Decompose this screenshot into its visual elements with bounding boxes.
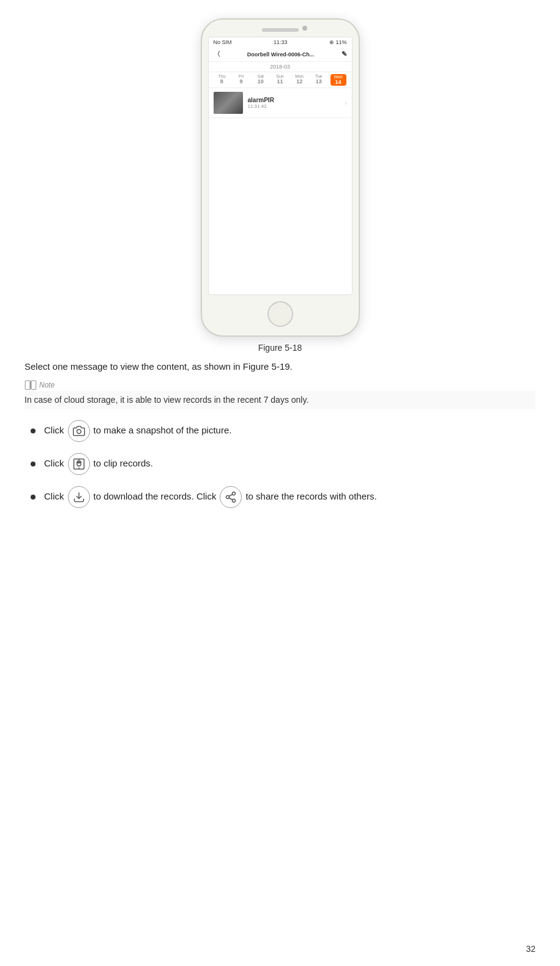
status-time: 11:33 [274,39,288,45]
day-sat-label: Sat [257,74,264,78]
day-tue-label: Tue [315,74,323,78]
day-thu-num: 8 [220,78,223,84]
phone-mockup-container: No SIM 11:33 ⊕ 11% 〈 Doorbell Wired-0006… [24,18,536,337]
camera-icon[interactable] [68,420,90,442]
day-wed-num: 14 [335,79,342,85]
phone-camera [302,26,307,31]
bullet-2-post-text: to clip records. [94,457,154,471]
download-svg [73,491,85,503]
day-wed-label: Wed [334,75,342,79]
note-book-icon [24,380,37,390]
phone-home-button[interactable] [267,301,293,327]
bullet-dot-2 [31,462,35,466]
message-info: alarmPIR 11:31:42 [248,97,345,109]
svg-rect-0 [25,380,30,389]
download-icon[interactable] [68,486,90,508]
clip-icon[interactable] [68,453,90,475]
bullet-content-1: Click to make a snapshot of the picture. [44,420,231,442]
note-text: In case of cloud storage, it is able to … [24,391,536,409]
svg-line-17 [230,494,233,496]
day-tue-num: 13 [316,78,322,84]
edit-icon[interactable]: ✎ [342,50,347,58]
screen-header: 〈 Doorbell Wired-0006-Ch... ✎ [209,47,352,62]
day-fri-label: Fri [239,74,244,78]
day-tue[interactable]: Tue 13 [311,74,327,86]
phone-speaker [262,28,299,32]
svg-point-13 [233,492,236,495]
bullet-content-2: Click to clip records. [44,453,153,475]
day-sat[interactable]: Sat 10 [253,74,269,86]
back-button[interactable]: 〈 [214,50,220,59]
bullet-dot-3 [31,495,35,500]
phone-screen: No SIM 11:33 ⊕ 11% 〈 Doorbell Wired-0006… [208,37,353,295]
day-mon-num: 12 [296,78,302,84]
screen-date-bar: 2018-03 [209,62,352,72]
day-thu[interactable]: Thu 8 [214,74,230,86]
bullet-list: Click to make a snapshot of the picture.… [24,414,536,508]
bullet-item-clip: Click to clip records. [31,453,536,475]
page-number: 32 [526,944,536,954]
bullet-item-snapshot: Click to make a snapshot of the picture. [31,420,536,442]
screen-title: Doorbell Wired-0006-Ch... [247,51,314,58]
body-text: Select one message to view the content, … [24,360,536,374]
bullet-3-mid-text: to download the records. Click [94,490,217,504]
page-content: No SIM 11:33 ⊕ 11% 〈 Doorbell Wired-0006… [0,0,560,544]
day-sun-num: 11 [277,78,283,84]
message-title: alarmPIR [248,97,345,103]
svg-point-4 [77,429,81,433]
day-mon-label: Mon [295,74,304,78]
status-battery: ⊕ 11% [329,39,347,45]
svg-rect-5 [73,459,84,469]
note-block: Note In case of cloud storage, it is abl… [24,380,536,409]
svg-point-15 [233,499,236,502]
day-fri-num: 9 [240,78,243,84]
figure-caption: Figure 5-18 [24,343,536,353]
day-sun[interactable]: Sun 11 [272,74,288,86]
day-fri[interactable]: Fri 9 [233,74,249,86]
svg-rect-1 [31,380,36,389]
bullet-3-post-text: to share the records with others. [245,490,376,504]
screen-status-bar: No SIM 11:33 ⊕ 11% [209,37,352,47]
message-thumbnail [214,92,243,114]
day-sat-num: 10 [258,78,264,84]
svg-line-16 [230,498,233,500]
bullet-1-pre-text: Click [44,424,64,438]
bullet-content-3: Click to download the records. Click [44,486,377,508]
phone-mockup: No SIM 11:33 ⊕ 11% 〈 Doorbell Wired-0006… [201,18,360,337]
bullet-3-pre-text: Click [44,490,64,504]
note-label: Note [39,381,54,389]
day-wed[interactable]: Wed 14 [330,74,346,86]
bullet-item-download: Click to download the records. Click [31,486,536,508]
day-thu-label: Thu [218,74,225,78]
screen-days-row: Thu 8 Fri 9 Sat 10 Sun 11 [209,72,352,88]
day-mon[interactable]: Mon 12 [291,74,307,86]
bullet-dot-1 [31,429,35,433]
note-icon-row: Note [24,380,536,390]
camera-svg [73,425,85,437]
date-label: 2018-03 [270,64,290,70]
share-svg [225,491,237,503]
day-sun-label: Sun [276,74,283,78]
screen-message-item[interactable]: alarmPIR 11:31:42 › [209,88,352,118]
status-signal: No SIM [214,39,232,45]
clip-svg [73,458,85,470]
bullet-1-post-text: to make a snapshot of the picture. [94,424,232,438]
svg-point-14 [226,495,230,498]
bullet-2-pre-text: Click [44,457,64,471]
message-arrow: › [345,100,346,107]
share-icon[interactable] [220,486,242,508]
message-time: 11:31:42 [248,103,345,109]
